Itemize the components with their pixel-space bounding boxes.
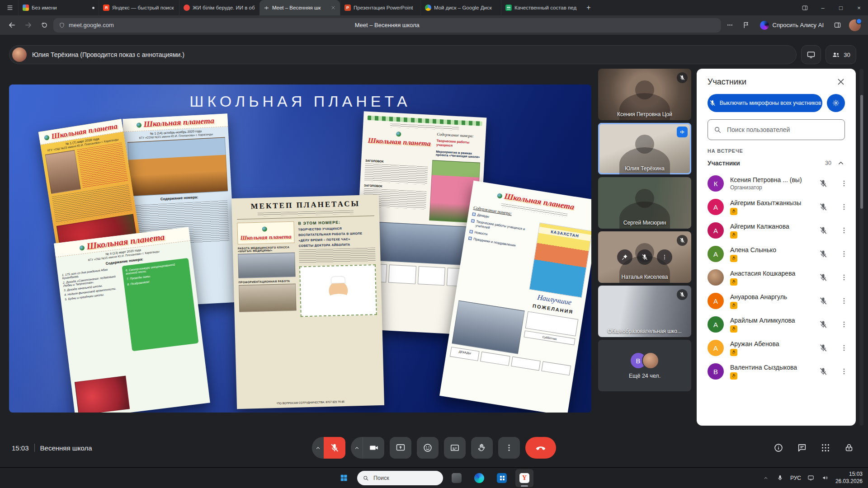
tab-untitled[interactable]: Без имени [18, 0, 99, 15]
participants-panel: Участники Выключить микрофоны всех участ… [697, 69, 856, 426]
side-panel-icon[interactable] [796, 0, 814, 15]
tab-ai-education[interactable]: ЖИ білім беруде. ИИ в об [179, 0, 259, 15]
participant-row[interactable]: А Айгерим Бахытжанкызы [697, 195, 856, 219]
collections-panel-icon[interactable] [830, 18, 844, 33]
omnibox[interactable]: meet.google.com Meet – Весенняя школа [53, 18, 721, 33]
participant-row[interactable]: К Ксения Петровна ... (вы)Организатор [697, 172, 856, 195]
tab-close-icon[interactable] [330, 5, 336, 10]
camera-button[interactable] [363, 437, 384, 459]
tray-mic-icon[interactable] [776, 474, 785, 483]
end-call-button[interactable] [525, 437, 556, 459]
table-cell: ДЕКАДЫ [450, 347, 480, 361]
taskbar-app-store[interactable] [493, 469, 511, 487]
participant-row[interactable]: А Алена Слынько [697, 242, 856, 266]
host-controls-icon[interactable] [839, 438, 859, 458]
forward-button[interactable] [21, 18, 35, 33]
more-options-icon[interactable] [840, 273, 849, 282]
present-screen-button[interactable] [390, 437, 411, 459]
new-tab-button[interactable]: + [581, 4, 596, 12]
maximize-button[interactable]: □ [832, 0, 850, 15]
tab-yandex-search[interactable]: Я Яндекс — быстрый поиск [99, 0, 179, 15]
mute-all-row: Выключить микрофоны всех участников [697, 90, 856, 113]
participants-count-button[interactable]: 30 [826, 45, 856, 64]
video-tile[interactable]: Ксения Петровна Цой [598, 69, 691, 120]
participant-row[interactable]: А Ануарова Анаргуль [697, 289, 856, 313]
taskbar-search-input[interactable] [373, 474, 438, 482]
participants-search[interactable] [708, 119, 845, 140]
tile-more-options-icon[interactable] [657, 249, 672, 265]
mic-options-chevron-icon[interactable] [312, 437, 324, 459]
more-options-icon[interactable] [840, 296, 849, 305]
raise-hand-button[interactable] [471, 437, 493, 459]
video-tile-hovered[interactable]: Наталья Киселева [598, 231, 691, 283]
more-options-icon[interactable] [840, 343, 849, 352]
participant-row[interactable]: Анастасия Кошкарева [697, 266, 856, 289]
taskbar-clock[interactable]: 15:03 26.03.2026 [835, 471, 863, 485]
divider [34, 444, 35, 452]
mute-options-button[interactable] [827, 94, 845, 112]
text-lines-decoration [299, 248, 376, 263]
minimize-button[interactable]: – [814, 0, 832, 15]
video-tile-active-speaker[interactable]: Юлия Терёхина [598, 123, 691, 174]
tab-powerpoint[interactable]: P Презентация PowerPoint [340, 0, 420, 15]
mute-all-button[interactable]: Выключить микрофоны всех участников [708, 94, 822, 112]
tab-favicon [23, 5, 29, 11]
taskbar-search[interactable] [357, 471, 443, 485]
more-options-icon[interactable] [840, 249, 849, 258]
pin-tile-icon[interactable] [617, 249, 632, 265]
status-badge-icon [730, 325, 737, 333]
hidden-icons-chevron[interactable] [761, 474, 770, 483]
scrollbar-thumb[interactable] [860, 95, 863, 209]
presentation-stage[interactable]: ШКОЛЬНАЯ ПЛАНЕТА Школьная планета № 1 (7… [9, 84, 591, 413]
more-options-icon[interactable] [840, 320, 849, 329]
profile-avatar[interactable] [849, 19, 861, 31]
camera-options-chevron-icon[interactable] [351, 437, 363, 459]
language-indicator[interactable]: РУС [790, 475, 801, 481]
video-tile[interactable]: Сергей Мисюрин [598, 177, 691, 229]
participant-row[interactable]: В Валентина Сыздыкова [697, 360, 856, 383]
taskbar-app-window[interactable] [448, 469, 466, 487]
taskbar-app-yandex-active[interactable]: Y [515, 469, 533, 487]
meeting-details-icon[interactable] [769, 438, 788, 458]
participants-group-header[interactable]: Участники 30 [708, 155, 845, 172]
more-options-button[interactable] [498, 437, 520, 459]
mute-participant-icon[interactable] [637, 249, 652, 265]
video-tile[interactable]: Общеобразовательная шко... [598, 286, 691, 337]
more-participants-tile[interactable]: B Ещё 24 чел. [598, 340, 691, 391]
search-input[interactable] [726, 126, 839, 134]
tray-volume-icon[interactable] [821, 474, 830, 483]
more-options-icon[interactable] [840, 226, 849, 235]
tab-google-drive[interactable]: Мой диск – Google Диск [420, 0, 501, 15]
more-options-icon[interactable] [840, 179, 849, 188]
more-options-icon[interactable] [840, 202, 849, 211]
close-panel-icon[interactable] [836, 77, 846, 87]
close-button[interactable]: × [850, 0, 868, 15]
taskbar-app-edge[interactable] [470, 469, 488, 487]
tile-name: Ксения Петровна Цой [601, 111, 689, 117]
tray-display-icon[interactable] [807, 474, 816, 483]
participant-row[interactable]: А Айгерим Калжанова [697, 219, 856, 242]
panel-scrollbar[interactable] [859, 69, 863, 426]
tab-title: ЖИ білім беруде. ИИ в об [193, 5, 255, 10]
extensions-menu-icon[interactable] [723, 18, 737, 33]
site-security-icon[interactable] [59, 22, 65, 28]
captions-button[interactable] [444, 437, 466, 459]
participant-row[interactable]: А Аружан Абенова [697, 336, 856, 360]
tab-menu-icon[interactable] [6, 4, 14, 11]
tab-audio-icon[interactable] [264, 5, 269, 11]
bookmark-icon[interactable] [739, 18, 754, 33]
tab-sheets[interactable]: Качественный состав пед [501, 0, 581, 15]
chat-icon[interactable] [792, 438, 812, 458]
more-options-icon[interactable] [840, 367, 849, 376]
refresh-button[interactable] [37, 18, 52, 33]
alice-ai-button[interactable]: Спросить Алису AI [755, 18, 828, 33]
reactions-button[interactable] [417, 437, 439, 459]
start-button[interactable] [335, 469, 353, 487]
mic-muted-button[interactable] [324, 437, 345, 459]
participant-row[interactable]: А Арайлым Алимкулова [697, 313, 856, 336]
presentation-indicator-button[interactable] [801, 45, 821, 64]
back-button[interactable] [5, 18, 19, 33]
activities-icon[interactable] [816, 438, 835, 458]
tab-meet-active[interactable]: Meet – Весенняя шк [259, 0, 340, 15]
collapse-chevron-icon[interactable] [837, 159, 845, 167]
